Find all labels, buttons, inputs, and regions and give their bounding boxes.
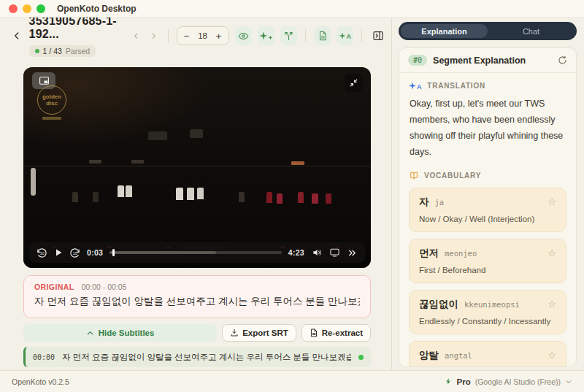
video-frame	[23, 67, 371, 268]
app-version: OpenKoto v0.2.5	[12, 377, 445, 386]
collapse-video-button[interactable]	[345, 74, 363, 92]
right-panel-tabs: Explanation Chat	[399, 22, 577, 40]
subtitle-actions-row: Hide Subtitles Export SRT Re-extract	[23, 324, 371, 342]
vocab-meaning: First / Beforehand	[419, 266, 556, 274]
transcript-button[interactable]	[314, 26, 331, 45]
prev-segment-button[interactable]	[131, 27, 142, 45]
subtitle-time-range: 00:00 - 00:05	[82, 283, 127, 291]
video-progress-buffered	[110, 251, 216, 254]
subtitle-text: 자 먼저 요즘 끊임없이 앙탈을 선보여주고 계시는 우리 투어스 분들 만나보…	[62, 352, 351, 363]
bolt-icon	[445, 377, 453, 386]
tab-explanation[interactable]: Explanation	[401, 24, 488, 38]
minimize-window-button[interactable]	[23, 4, 31, 13]
model-provider-dropdown[interactable]: Pro (Google AI Studio (Free))	[445, 377, 572, 386]
file-text-icon	[318, 31, 328, 41]
export-srt-button[interactable]: Export SRT	[222, 324, 296, 342]
back-button[interactable]	[10, 26, 23, 45]
current-time: 0:03	[87, 248, 103, 257]
golden-disc-logo: golden disc	[34, 85, 69, 120]
video-progress-played[interactable]	[112, 249, 115, 256]
translation-section-header: A TRANSLATION	[409, 82, 566, 90]
document-title: 35319057685-1-192...	[29, 18, 123, 41]
star-icon[interactable]: ☆	[548, 351, 556, 360]
plan-label: Pro	[457, 377, 471, 386]
translate-icon: A	[339, 33, 352, 39]
original-subtitle-card: ORIGINAL 00:00 - 00:05 자 먼저 요즘 끊임없이 앙탈을 …	[23, 275, 371, 318]
hide-subtitles-button[interactable]: Hide Subtitles	[23, 324, 217, 342]
zoom-window-button[interactable]	[36, 4, 45, 13]
parse-status-label: Parsed	[66, 47, 90, 55]
duration: 4:23	[288, 248, 304, 257]
tab-chat[interactable]: Chat	[488, 24, 575, 38]
rewind-10-button[interactable]: 10	[36, 247, 47, 258]
vocab-romanization: kkeunimeopsi	[464, 300, 542, 309]
star-icon[interactable]: ☆	[548, 300, 556, 309]
chevron-up-icon	[86, 329, 94, 337]
statusbar: OpenKoto v0.2.5 Pro (Google AI Studio (F…	[0, 370, 584, 392]
star-icon[interactable]: ☆	[548, 249, 556, 258]
pip-icon	[39, 76, 50, 85]
svg-text:10: 10	[40, 251, 45, 255]
play-button[interactable]	[54, 248, 63, 257]
vocab-word: 앙탈	[419, 349, 439, 362]
chevron-down-icon	[565, 378, 572, 385]
segment-explanation-card: #0 Segment Explanation A TRANSLATION Oka…	[399, 47, 577, 367]
sparkles-icon	[259, 32, 272, 40]
subtitle-list-item[interactable]: 00:00 자 먼저 요즘 끊임없이 앙탈을 선보여주고 계시는 우리 투어스 …	[23, 347, 371, 367]
video-player[interactable]: golden disc 10	[23, 67, 371, 268]
vocab-word: 자	[419, 196, 429, 209]
vocab-romanization: meonjeo	[445, 249, 542, 258]
parse-status-badge: 1 / 43 Parsed	[29, 45, 96, 57]
translation-text: Okay, first up, let's meet our TWS membe…	[410, 96, 566, 161]
right-pane: Explanation Chat #0 Segment Explanation …	[391, 18, 584, 370]
book-open-icon	[409, 171, 419, 180]
playback-speed-button[interactable]	[347, 248, 358, 258]
refresh-explanation-button[interactable]	[558, 55, 567, 65]
divider	[361, 29, 362, 42]
forward-10-icon: 10	[69, 247, 80, 258]
download-icon	[230, 328, 239, 337]
toggle-visibility-button[interactable]	[235, 26, 252, 45]
vocab-romanization: angtal	[445, 351, 542, 360]
svg-text:10: 10	[73, 251, 77, 255]
hide-subtitles-label: Hide Subtitles	[99, 328, 155, 337]
titlebar: OpenKoto Desktop	[0, 0, 584, 18]
font-size-increase-button[interactable]: +	[214, 31, 224, 42]
font-size-value: 18	[197, 31, 209, 40]
vocabulary-list: 자 ja ☆ Now / Okay / Well (Interjection) …	[409, 188, 566, 367]
vocab-meaning: Endlessly / Constantly / Incessantly	[419, 317, 556, 326]
window-controls	[9, 4, 45, 13]
segment-count: 1 / 43	[43, 47, 62, 55]
split-segment-button[interactable]	[280, 26, 297, 45]
video-progress-bar[interactable]	[110, 251, 282, 254]
subtitle-timestamp: 00:00	[33, 353, 55, 361]
vocab-card: 자 ja ☆ Now / Okay / Well (Interjection)	[409, 188, 566, 232]
vocab-card: 앙탈 angtal ☆ Playful whining / Grumbling …	[409, 341, 566, 367]
original-subtitle-text: 자 먼저 요즘 끊임없이 앙탈을 선보여주고 계시는 우리 투어스 분들 만나보…	[34, 295, 360, 308]
vocab-card: 끊임없이 kkeunimeopsi ☆ Endlessly / Constant…	[409, 290, 566, 334]
chevron-left-icon	[12, 31, 22, 41]
provider-label: (Google AI Studio (Free))	[475, 377, 561, 386]
ai-explain-button[interactable]	[258, 26, 274, 45]
cast-button[interactable]	[329, 247, 340, 258]
translate-button[interactable]: A	[337, 26, 353, 45]
vocab-word: 끊임없이	[419, 298, 458, 311]
refresh-icon	[558, 55, 567, 65]
double-chevron-right-icon	[347, 248, 358, 258]
toggle-right-panel-button[interactable]	[370, 26, 385, 45]
vocabulary-heading: VOCABULARY	[424, 172, 481, 180]
parsed-dot-icon	[35, 49, 39, 53]
translate-icon: A	[409, 82, 422, 90]
font-size-decrease-button[interactable]: −	[182, 31, 192, 42]
rewind-10-icon: 10	[36, 247, 47, 258]
next-segment-button[interactable]	[148, 27, 160, 45]
star-icon[interactable]: ☆	[548, 198, 556, 207]
logo-text-line2: disc	[46, 100, 58, 107]
original-label: ORIGINAL	[34, 283, 74, 291]
close-window-button[interactable]	[9, 4, 18, 13]
re-extract-button[interactable]: Re-extract	[301, 324, 371, 342]
subtitle-active-dot	[358, 355, 364, 360]
volume-button[interactable]	[311, 247, 323, 258]
forward-10-button[interactable]: 10	[69, 247, 80, 258]
display-icon	[329, 247, 340, 258]
